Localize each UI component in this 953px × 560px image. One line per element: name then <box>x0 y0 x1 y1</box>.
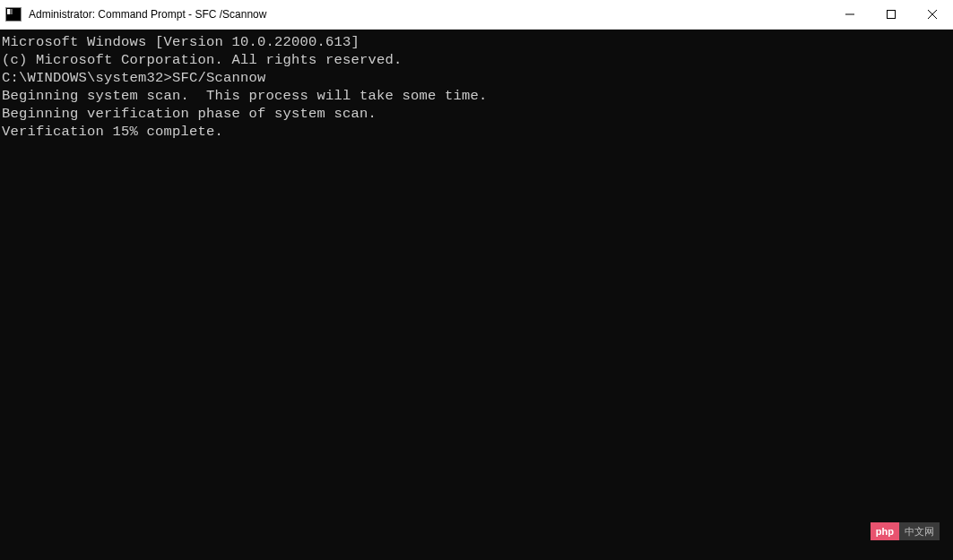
terminal-line: Beginning verification phase of system s… <box>2 105 951 123</box>
minimize-button[interactable] <box>829 0 871 29</box>
terminal-line: Beginning system scan. This process will… <box>2 87 951 105</box>
titlebar[interactable]: Administrator: Command Prompt - SFC /Sca… <box>0 0 953 30</box>
window-controls <box>829 0 953 29</box>
terminal-area[interactable]: Microsoft Windows [Version 10.0.22000.61… <box>0 30 953 560</box>
terminal-line: Microsoft Windows [Version 10.0.22000.61… <box>2 33 951 51</box>
watermark-right-text: 中文网 <box>905 525 934 538</box>
window-title: Administrator: Command Prompt - SFC /Sca… <box>29 8 829 21</box>
watermark-badge: php 中文网 <box>871 522 940 540</box>
close-button[interactable] <box>912 0 953 29</box>
watermark-left: php <box>871 522 899 540</box>
terminal-line: Verification 15% complete. <box>2 123 951 141</box>
maximize-button[interactable] <box>871 0 912 29</box>
terminal-line: (c) Microsoft Corporation. All rights re… <box>2 51 951 69</box>
watermark-right: 中文网 <box>899 522 940 540</box>
terminal-prompt-line: C:\WINDOWS\system32>SFC/Scannow <box>2 69 951 87</box>
cmd-icon <box>5 7 22 22</box>
svg-rect-1 <box>888 11 896 19</box>
